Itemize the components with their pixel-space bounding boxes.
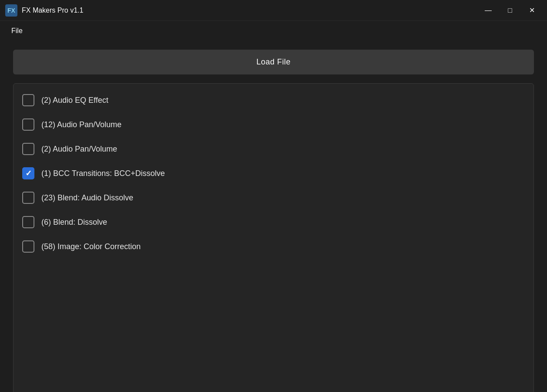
item-label-7: (58) Image: Color Correction xyxy=(41,242,141,251)
main-content: Load File (2) Audio EQ Effect(12) Audio … xyxy=(0,41,547,392)
item-label-4: (1) BCC Transitions: BCC+Dissolve xyxy=(41,169,165,178)
app-icon-text: FX xyxy=(7,7,15,14)
window-title: FX Makers Pro v1.1 xyxy=(22,7,83,14)
item-list[interactable]: (2) Audio EQ Effect(12) Audio Pan/Volume… xyxy=(14,84,533,392)
menu-bar: File xyxy=(0,21,547,41)
checkbox-7[interactable] xyxy=(22,240,34,253)
minimize-button[interactable]: — xyxy=(478,3,498,17)
file-menu[interactable]: File xyxy=(9,25,25,37)
checkbox-1[interactable] xyxy=(22,94,34,106)
list-item[interactable]: (58) Image: Color Correction xyxy=(14,234,533,259)
checkbox-6[interactable] xyxy=(22,216,34,228)
item-label-3: (2) Audio Pan/Volume xyxy=(41,145,117,154)
list-item[interactable]: (12) Audio Pan/Volume xyxy=(14,112,533,137)
list-item[interactable]: (6) Blend: Dissolve xyxy=(14,210,533,234)
list-item[interactable]: (1) BCC Transitions: BCC+Dissolve xyxy=(14,161,533,186)
item-label-6: (6) Blend: Dissolve xyxy=(41,218,107,227)
load-file-button[interactable]: Load File xyxy=(13,50,534,74)
checkbox-3[interactable] xyxy=(22,143,34,155)
list-item[interactable]: (23) Blend: Audio Dissolve xyxy=(14,186,533,210)
title-bar-left: FX FX Makers Pro v1.1 xyxy=(5,4,83,17)
list-item[interactable]: (2) Audio Pan/Volume xyxy=(14,137,533,161)
list-item[interactable]: (2) Audio EQ Effect xyxy=(14,88,533,112)
item-label-2: (12) Audio Pan/Volume xyxy=(41,120,122,129)
title-bar: FX FX Makers Pro v1.1 — □ ✕ xyxy=(0,0,547,21)
item-label-1: (2) Audio EQ Effect xyxy=(41,96,108,105)
app-icon: FX xyxy=(5,4,17,17)
checkbox-5[interactable] xyxy=(22,192,34,204)
maximize-button[interactable]: □ xyxy=(500,3,520,17)
title-bar-controls: — □ ✕ xyxy=(478,3,542,17)
item-label-5: (23) Blend: Audio Dissolve xyxy=(41,193,133,203)
checkbox-4[interactable] xyxy=(22,167,34,179)
item-list-container: (2) Audio EQ Effect(12) Audio Pan/Volume… xyxy=(13,83,534,392)
close-button[interactable]: ✕ xyxy=(522,3,542,17)
checkbox-2[interactable] xyxy=(22,118,34,131)
